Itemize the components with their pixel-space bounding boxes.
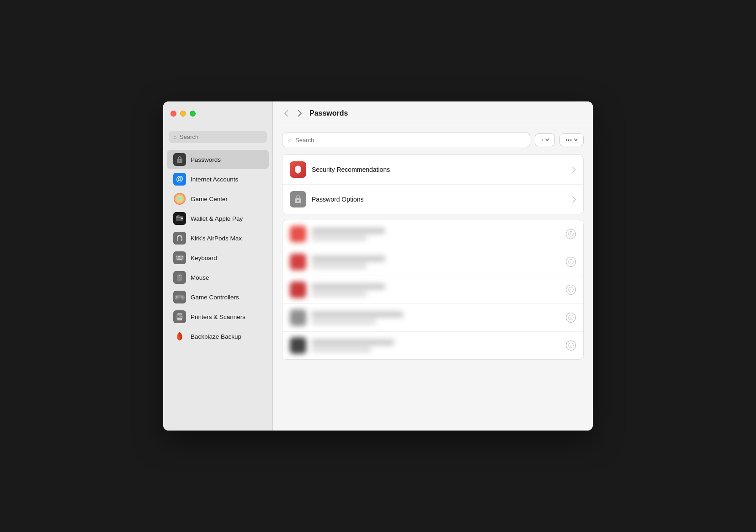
pw-user-1 xyxy=(312,235,367,241)
info-button-3[interactable]: ⓘ xyxy=(566,285,576,295)
info-button-2[interactable]: ⓘ xyxy=(566,257,576,267)
svg-rect-12 xyxy=(178,256,179,257)
forward-button[interactable] xyxy=(296,108,304,119)
printers-icon xyxy=(173,310,186,323)
svg-rect-9 xyxy=(181,239,182,241)
main-search-container[interactable]: ⌕ xyxy=(282,133,530,147)
sidebar-item-passwords[interactable]: Passwords xyxy=(167,150,269,169)
backblaze-icon xyxy=(173,330,186,343)
game-center-icon xyxy=(173,192,186,205)
traffic-lights xyxy=(170,111,196,117)
sidebar-item-airpods[interactable]: Kirk's AirPods Max xyxy=(167,229,269,248)
maximize-button[interactable] xyxy=(190,111,196,117)
pw-name-2 xyxy=(312,255,385,262)
sidebar-item-airpods-label: Kirk's AirPods Max xyxy=(191,235,242,242)
svg-rect-14 xyxy=(181,256,181,257)
table-row[interactable]: ⓘ xyxy=(282,304,583,332)
sidebar-item-internet-accounts[interactable]: @ Internet Accounts xyxy=(167,170,269,189)
sidebar-item-printers[interactable]: Printers & Scanners xyxy=(167,307,269,326)
sidebar-item-mouse[interactable]: Mouse xyxy=(167,268,269,287)
svg-point-2 xyxy=(174,193,186,205)
passwords-icon xyxy=(173,153,186,166)
more-chevron-icon xyxy=(574,138,578,141)
sidebar-item-passwords-label: Passwords xyxy=(191,156,221,163)
pw-favicon-3 xyxy=(290,282,306,298)
svg-rect-21 xyxy=(177,259,182,260)
close-button[interactable] xyxy=(170,111,176,117)
pw-user-5 xyxy=(312,347,371,352)
svg-rect-17 xyxy=(178,258,179,259)
svg-rect-5 xyxy=(181,218,183,219)
pw-content-3 xyxy=(312,283,560,297)
sidebar-items-list: Passwords @ Internet Accounts xyxy=(163,148,272,431)
sidebar-item-wallet-label: Wallet & Apple Pay xyxy=(191,215,243,222)
main-panel: Passwords ⌕ + xyxy=(273,101,593,431)
main-body: ⌕ + ••• xyxy=(273,125,593,431)
svg-rect-15 xyxy=(182,256,183,257)
svg-point-27 xyxy=(182,297,183,298)
pw-content-2 xyxy=(312,255,560,269)
security-recommendations-row[interactable]: ! Security Recommendations xyxy=(282,155,583,185)
table-row[interactable]: ⓘ xyxy=(282,332,583,359)
sidebar-item-mouse-label: Mouse xyxy=(191,274,209,281)
pw-user-3 xyxy=(312,291,367,297)
pw-favicon-1 xyxy=(290,226,306,242)
svg-rect-30 xyxy=(177,318,182,320)
security-recommendations-label: Security Recommendations xyxy=(312,166,567,173)
svg-rect-13 xyxy=(179,256,180,257)
add-icon: + xyxy=(541,137,543,143)
password-options-row[interactable]: Password Options xyxy=(282,185,583,214)
password-options-icon xyxy=(290,191,306,207)
pw-content-4 xyxy=(312,311,560,325)
password-options-label: Password Options xyxy=(312,196,567,203)
main-search-icon: ⌕ xyxy=(288,136,292,144)
info-button-1[interactable]: ⓘ xyxy=(566,229,576,239)
sidebar-item-wallet[interactable]: Wallet & Apple Pay xyxy=(167,209,269,228)
minimize-button[interactable] xyxy=(180,111,186,117)
sidebar-item-game-controllers[interactable]: Game Controllers xyxy=(167,287,269,307)
sidebar-item-printers-label: Printers & Scanners xyxy=(191,314,245,320)
main-header: Passwords xyxy=(273,101,593,125)
security-chevron-icon xyxy=(572,167,576,173)
sidebar-search-container[interactable]: ⌕ xyxy=(169,131,267,143)
sidebar-item-keyboard[interactable]: Keyboard xyxy=(167,248,269,267)
pw-name-3 xyxy=(312,283,385,290)
pw-name-4 xyxy=(312,311,403,318)
pw-favicon-2 xyxy=(290,254,306,270)
sidebar-item-keyboard-label: Keyboard xyxy=(191,255,217,261)
pw-user-2 xyxy=(312,263,367,269)
game-controllers-icon xyxy=(173,291,186,303)
svg-rect-11 xyxy=(176,256,177,257)
pw-user-4 xyxy=(312,319,376,325)
svg-rect-31 xyxy=(178,316,179,317)
titlebar xyxy=(163,101,272,125)
svg-rect-20 xyxy=(182,258,183,259)
sidebar: ⌕ Passwords xyxy=(163,101,273,431)
sidebar-search-icon: ⌕ xyxy=(173,133,177,140)
sidebar-search-input[interactable] xyxy=(180,133,262,140)
security-icon: ! xyxy=(290,161,306,178)
add-button[interactable]: + xyxy=(535,133,555,146)
svg-rect-7 xyxy=(177,215,180,216)
pw-name-1 xyxy=(312,228,385,234)
info-button-5[interactable]: ⓘ xyxy=(566,340,576,351)
sidebar-item-game-center-label: Game Center xyxy=(191,196,228,202)
info-button-4[interactable]: ⓘ xyxy=(566,313,576,323)
svg-rect-36 xyxy=(298,201,298,202)
window-content: ⌕ Passwords xyxy=(163,101,593,431)
table-row[interactable]: ⓘ xyxy=(282,276,583,304)
airpods-icon xyxy=(173,232,186,245)
options-card: ! Security Recommendations xyxy=(282,154,584,214)
back-button[interactable] xyxy=(282,108,290,119)
more-button[interactable]: ••• xyxy=(559,133,584,146)
svg-point-23 xyxy=(179,275,181,277)
sidebar-item-game-center[interactable]: Game Center xyxy=(167,189,269,208)
sidebar-item-backblaze[interactable]: Backblaze Backup xyxy=(167,327,269,346)
table-row[interactable]: ⓘ xyxy=(282,248,583,276)
internet-accounts-icon: @ xyxy=(173,173,186,186)
svg-rect-25 xyxy=(176,296,177,298)
table-row[interactable]: ⓘ xyxy=(282,220,583,248)
pw-content-5 xyxy=(312,339,560,352)
main-search-input[interactable] xyxy=(295,137,524,144)
svg-rect-8 xyxy=(177,239,178,241)
